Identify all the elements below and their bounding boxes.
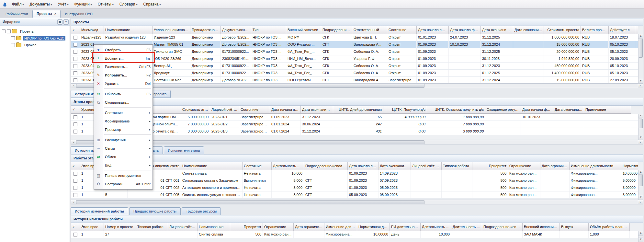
column-header[interactable]: Внешний заказчик xyxy=(286,26,321,34)
column-header[interactable]: Дата начала план xyxy=(270,106,301,114)
column-header[interactable]: Выпуск xyxy=(560,223,589,231)
menu-item-exchange[interactable]: ⇄Обмен▸ xyxy=(94,153,153,161)
column-header[interactable]: Стоимость проекта xyxy=(544,26,581,34)
row-checkbox[interactable] xyxy=(73,186,77,190)
column-header[interactable]: Примечание xyxy=(584,106,631,114)
row-checkbox[interactable] xyxy=(73,193,77,197)
table-row[interactable]: 2023-04Вектор-АЦДемопример017310000922..… xyxy=(71,63,638,70)
table-row[interactable]: 2023-01нПостоянный маг...ДемопримерДогов… xyxy=(71,77,638,83)
scroll-down-icon[interactable]: ▼ xyxy=(638,135,643,140)
column-header[interactable]: Объём работы плановый (по... xyxy=(589,223,630,231)
tab-stage-executors[interactable]: Исполнители этапа xyxy=(164,146,204,154)
column-header[interactable]: ЕИ длительности xyxy=(390,223,421,231)
menu-item-preview[interactable]: Просмотр▸ xyxy=(94,125,153,134)
scroll-right-icon[interactable]: ▸ xyxy=(638,140,643,144)
column-header[interactable]: Условное наименование xyxy=(153,26,190,34)
column-header[interactable]: Нормативная длительность xyxy=(621,162,638,170)
tab-pup-instructions[interactable]: Инструкции ПУП xyxy=(61,11,96,18)
scroll-up-icon[interactable]: ▲ xyxy=(638,170,643,175)
column-header[interactable]: ЦИТК. Осталось получить д/с xyxy=(427,106,485,114)
menu-item-formation[interactable]: Формирование▸ xyxy=(94,117,153,125)
column-header[interactable]: Дата окончания факт xyxy=(553,106,584,114)
menu-item-duplicate[interactable]: ⧉Размножить...Ctrl+F3 xyxy=(94,63,153,71)
column-header[interactable]: Типовая работа xyxy=(136,223,168,231)
tab-work-change-history[interactable]: История изменений работы xyxy=(71,207,128,215)
row-checkbox[interactable] xyxy=(73,64,77,68)
column-header[interactable]: Дата начала план xyxy=(348,162,378,170)
column-header[interactable]: Изменение длительности xyxy=(324,223,357,231)
column-header[interactable]: ЦИТК. Получено д/с xyxy=(383,106,427,114)
column-header[interactable]: Дата окончания план xyxy=(378,162,411,170)
column-header[interactable]: Типовая работа xyxy=(442,162,472,170)
row-checkbox[interactable] xyxy=(73,57,77,61)
table-row[interactable]: 1Испытания произведенной опытной партии7… xyxy=(71,121,638,128)
works-vscrollbar[interactable]: ▲ ▼ xyxy=(638,170,643,200)
column-header[interactable]: Валюта проекта xyxy=(581,26,609,34)
column-header[interactable]: Наименование xyxy=(181,162,243,170)
row-checkbox[interactable] xyxy=(73,130,77,133)
stages-hscrollbar[interactable]: ◂ ▸ xyxy=(71,140,643,144)
table-row[interactable]: 1501-СГТ-005Описать используемую техноло… xyxy=(71,191,638,199)
table-row[interactable]: 2023-03905-У020-23/269Демопример230823/0… xyxy=(71,55,638,63)
row-checkbox[interactable] xyxy=(73,115,77,119)
tab-preceding-works[interactable]: Предшествующие работы xyxy=(129,207,181,215)
column-header[interactable]: Длительность план ▼ xyxy=(272,162,304,170)
menu-accounting[interactable]: Учёт▾ xyxy=(55,1,71,7)
projects-hscrollbar[interactable]: ◂ ▸ xyxy=(71,84,643,88)
column-header[interactable]: Состояние xyxy=(239,106,270,114)
menu-item-state[interactable]: Состояние▸ xyxy=(94,109,153,117)
table-row[interactable]: 2023-02Технология-ЭМСДемопример017310000… xyxy=(71,48,638,55)
scroll-right-icon[interactable]: ▸ xyxy=(638,84,643,88)
menu-help[interactable]: Справка▾ xyxy=(140,1,164,7)
menu-item-links[interactable]: ∞Связи▸ xyxy=(94,144,153,153)
column-header[interactable]: Дата начала план xyxy=(417,26,449,34)
column-header[interactable]: Лицевой счёт затрат. xyxy=(210,106,239,114)
menu-item-toolbar-panel[interactable]: ▤Панель инструментов xyxy=(94,171,153,180)
column-header[interactable]: Приоритет xyxy=(230,223,263,231)
column-header[interactable]: Длительность плановая xyxy=(421,223,451,231)
scroll-left-icon[interactable]: ◂ xyxy=(71,84,76,88)
column-header[interactable]: Изменение длительности xyxy=(570,162,621,170)
tab-projects[interactable]: Проекты× xyxy=(32,10,61,18)
scroll-up-icon[interactable]: ▲ xyxy=(638,231,643,236)
column-header[interactable]: ✓ xyxy=(71,26,80,34)
tree-checkbox[interactable] xyxy=(11,43,15,47)
column-header[interactable]: Дата окончания план xyxy=(301,106,333,114)
column-header[interactable]: Подразделение-исполнитель xyxy=(482,223,523,231)
tree-checkbox[interactable] xyxy=(7,29,11,33)
row-checkbox[interactable] xyxy=(73,36,77,40)
table-row[interactable]: 2023-05ДредноутДемопример017310000922...… xyxy=(71,70,638,77)
column-header[interactable]: Тип xyxy=(251,26,286,34)
table-row[interactable]: Изделие123Разработка изделия 123Изделие-… xyxy=(71,34,638,41)
scroll-down-icon[interactable]: ▼ xyxy=(638,237,643,242)
menu-item-settings[interactable]: ⚙Настройки...Alt+Enter xyxy=(94,180,153,188)
menu-item-extensions[interactable]: ⊞Расширения▸ xyxy=(94,136,153,144)
column-header[interactable]: Состояние xyxy=(243,162,272,170)
tab-desktop[interactable]: Рабочий стол xyxy=(2,11,32,18)
menu-item-view[interactable]: Вид▸ xyxy=(94,161,153,169)
row-checkbox[interactable] xyxy=(73,43,77,47)
column-header[interactable]: Дата начала факт xyxy=(449,26,481,34)
column-header[interactable]: Ограничение xyxy=(263,223,294,231)
row-checkbox[interactable] xyxy=(73,50,77,54)
column-header[interactable] xyxy=(635,26,638,34)
column-header[interactable]: Внешний исполнитель xyxy=(523,223,560,231)
table-row[interactable]: 127Синтез сплаваНе начата10,00001.09.202… xyxy=(71,170,638,177)
tree-item-niokr-goz[interactable]: НИОКР по ГОЗ без НДС xyxy=(0,35,70,41)
column-header[interactable]: Подразделение-ответственный xyxy=(321,26,352,34)
column-header[interactable]: Ответственный xyxy=(352,26,387,34)
column-header[interactable]: ЦИТК. Дней до окончания xyxy=(333,106,383,114)
menu-reports[interactable]: Отчёты▾ xyxy=(95,1,117,7)
column-header[interactable]: Стоимость этапа xyxy=(181,106,210,114)
column-header[interactable]: Подразделение-исполнитель... xyxy=(304,162,348,170)
table-row[interactable]: 1Изготовление опытной партии ПМ085-015 0… xyxy=(71,114,638,121)
stages-vscrollbar[interactable]: ▲ ▼ xyxy=(638,114,643,140)
column-header[interactable]: Дата ограничения xyxy=(294,223,324,231)
row-checkbox[interactable] xyxy=(73,172,77,176)
column-header[interactable]: Дата окончания план xyxy=(481,26,513,34)
column-header[interactable]: Ограничение xyxy=(508,162,540,170)
menu-documents[interactable]: Документы▾ xyxy=(27,1,55,7)
menu-item-copy[interactable]: ⧉Скопировать... xyxy=(94,98,153,107)
column-header[interactable]: ✓ xyxy=(71,223,80,231)
tree-item-other[interactable]: Прочее xyxy=(0,41,70,48)
